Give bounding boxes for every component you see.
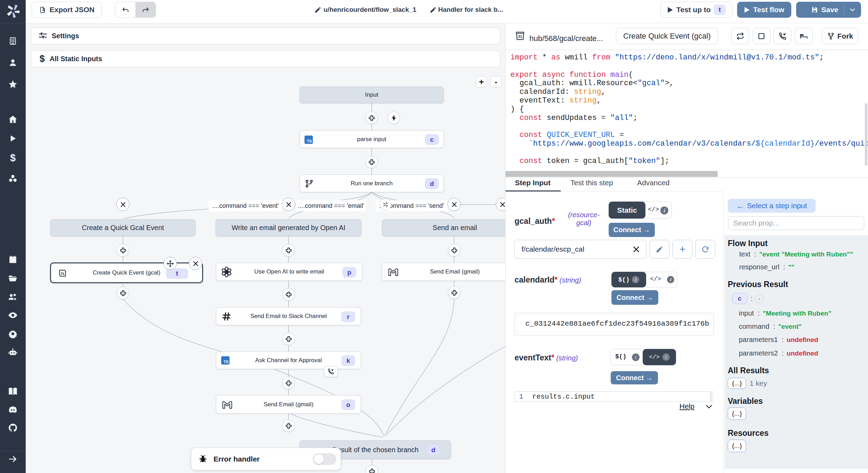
svg-text:31: 31 (518, 35, 522, 39)
